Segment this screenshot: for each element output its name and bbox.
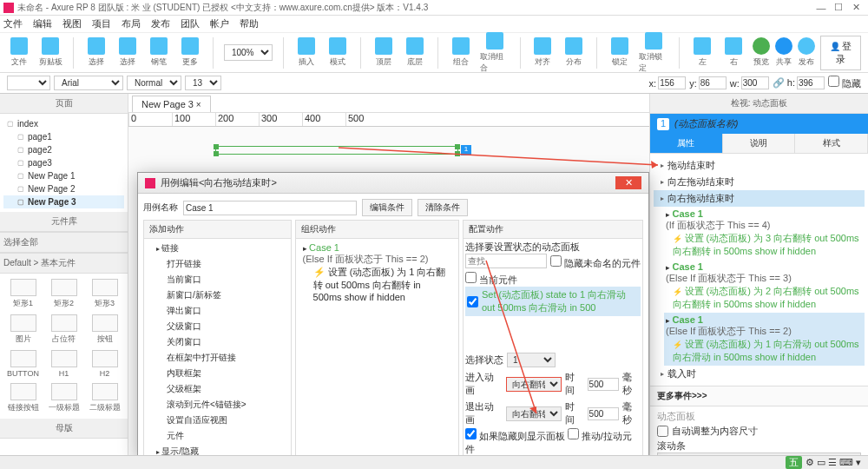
menu-文件[interactable]: 文件 (3, 17, 23, 30)
w-input[interactable] (741, 76, 769, 89)
tool-钢笔[interactable]: 钢笔 (147, 37, 171, 68)
hide-unnamed-checkbox[interactable]: 隐藏未命名的元件 (550, 255, 641, 270)
menu-团队[interactable]: 团队 (181, 17, 200, 30)
page-item[interactable]: page2 (3, 143, 124, 156)
tab-属性[interactable]: 属性 (650, 134, 723, 153)
widget-图片[interactable]: 图片 (5, 314, 41, 345)
widget-H1[interactable]: H1 (46, 350, 82, 378)
action-tree-item[interactable]: 关闭窗口 (146, 334, 289, 350)
state-select[interactable]: 1 (507, 353, 556, 367)
tool-锁定[interactable]: 锁定 (608, 37, 632, 68)
enter-anim-select[interactable]: 向右翻转 (506, 377, 562, 392)
clear-condition-button[interactable]: 清除条件 (418, 199, 468, 216)
case-name-input[interactable] (183, 201, 357, 215)
y-input[interactable] (699, 76, 727, 89)
search-input[interactable] (465, 254, 548, 268)
case-item[interactable]: ▸ Case 1(Else If 面板状态于 This == 3)⚡ 设置 (动… (664, 260, 865, 313)
maximize-icon[interactable]: ☐ (830, 2, 847, 13)
action-tree-item[interactable]: 元件 (146, 428, 289, 444)
tool-预览[interactable]: 预览 (753, 37, 770, 68)
hidden-checkbox[interactable]: 隐藏 (828, 76, 861, 90)
widget-占位符[interactable]: 占位符 (46, 314, 82, 345)
selected-widget[interactable]: 1 (215, 146, 458, 155)
widget-矩形1[interactable]: 矩形1 (5, 279, 41, 309)
tool-取消锁定[interactable]: 取消锁定 (639, 32, 668, 74)
tool-更多[interactable]: 更多 (178, 37, 202, 68)
widget-链接按钮[interactable]: 链接按钮 (5, 383, 41, 413)
action-tree-item[interactable]: 内联框架 (146, 366, 289, 381)
tool-分布[interactable]: 分布 (562, 37, 586, 68)
widget-按钮[interactable]: 按钮 (87, 314, 122, 345)
menu-视图[interactable]: 视图 (62, 17, 82, 30)
action-tree-item[interactable]: 弹出窗口 (146, 303, 289, 319)
widget-H2[interactable]: H2 (87, 350, 122, 378)
page-item[interactable]: index (3, 117, 124, 130)
tool-组合[interactable]: 组合 (449, 37, 473, 68)
page-item[interactable]: New Page 3 (3, 195, 124, 208)
tool-共享[interactable]: 共享 (775, 37, 792, 68)
menu-帐户[interactable]: 帐户 (210, 17, 229, 30)
case-item[interactable]: ▸ Case 1(Else If 面板状态于 This == 2)⚡ 设置 (动… (664, 313, 865, 366)
ime-badge[interactable]: 五 (786, 456, 802, 469)
event-item[interactable]: 拖动结束时 (654, 157, 865, 174)
font-select[interactable]: Arial (54, 76, 123, 90)
event-item[interactable]: 载入时 (654, 366, 865, 382)
set-state-line[interactable]: Set (动态面板) state to 1 向右滑动 out 500ms 向右滑… (465, 287, 641, 316)
login-button[interactable]: 👤 登录 (820, 36, 861, 70)
tool-发布[interactable]: 发布 (798, 37, 815, 68)
more-events[interactable]: 更多事件>>> (650, 386, 868, 406)
page-item[interactable]: New Page 1 (3, 169, 124, 182)
exit-anim-select[interactable]: 向右翻转 (506, 406, 562, 421)
menu-编辑[interactable]: 编辑 (33, 17, 52, 30)
edit-condition-button[interactable]: 编辑条件 (362, 199, 412, 216)
widget-矩形3[interactable]: 矩形3 (87, 279, 122, 309)
minimize-icon[interactable]: — (812, 3, 830, 13)
panel-name[interactable]: 1(动态面板名称) (650, 114, 868, 134)
widget-BUTTON[interactable]: BUTTON (5, 350, 41, 378)
action-tree-item[interactable]: 父级窗口 (146, 319, 289, 334)
tool-文件[interactable]: 文件 (7, 37, 31, 68)
x-input[interactable] (658, 76, 686, 89)
current-widget-checkbox[interactable]: 当前元件 (465, 274, 517, 285)
enter-time-input[interactable] (588, 378, 619, 391)
event-item[interactable]: 向右拖动结束时 (654, 190, 865, 207)
dialog-titlebar[interactable]: 用例编辑<向右拖动结束时> ✕ (138, 173, 648, 194)
show-if-hidden-checkbox[interactable]: 如果隐藏则显示面板 (465, 431, 565, 441)
org-case[interactable]: ▸ Case 1 (Else If 面板状态于 This == 2) ⚡ 设置 … (298, 241, 457, 304)
tab-说明[interactable]: 说明 (723, 134, 796, 153)
widget-style-select[interactable] (7, 76, 50, 90)
menu-帮助[interactable]: 帮助 (240, 17, 259, 30)
tool-选择[interactable]: 选择 (115, 37, 140, 68)
tool-模式[interactable]: 模式 (326, 37, 350, 68)
tab-样式[interactable]: 样式 (795, 134, 868, 153)
zoom-select[interactable]: 100% (224, 44, 273, 61)
page-item[interactable]: New Page 2 (3, 182, 124, 195)
tool-选择[interactable]: 选择 (84, 37, 108, 68)
tool-取消组合[interactable]: 取消组合 (480, 32, 510, 74)
font-size-select[interactable]: 13 (185, 76, 221, 90)
action-tree-item[interactable]: 在框架中打开链接 (146, 350, 289, 366)
case-item[interactable]: ▸ Case 1(If 面板状态于 This == 4)⚡ 设置 (动态面板) … (664, 207, 865, 260)
action-tree-item[interactable]: 滚动到元件<锚链接> (146, 397, 289, 413)
widget-二级标题[interactable]: 二级标题 (87, 383, 122, 413)
ime-icons[interactable]: ⚙ ▭ ☰ ⌨ ▾ (806, 457, 861, 468)
action-tree-item[interactable]: 父级框架 (146, 381, 289, 397)
auto-fit-checkbox[interactable]: 自动调整为内容尺寸 (657, 423, 861, 439)
page-item[interactable]: page3 (3, 156, 124, 169)
tool-插入[interactable]: 插入 (294, 37, 319, 68)
page-tab[interactable]: New Page 3 × (132, 96, 211, 112)
action-tree-item[interactable]: 设置自适应视图 (146, 413, 289, 428)
tool-顶层[interactable]: 顶层 (372, 37, 396, 68)
h-input[interactable] (797, 76, 825, 89)
dialog-close-icon[interactable]: ✕ (615, 176, 641, 189)
widget-一级标题[interactable]: 一级标题 (46, 383, 82, 413)
exit-time-input[interactable] (588, 407, 619, 420)
event-item[interactable]: 向左拖动结束时 (654, 174, 865, 190)
close-icon[interactable]: ✕ (847, 2, 865, 13)
tool-对齐[interactable]: 对齐 (530, 37, 555, 68)
tool-剪贴板[interactable]: 剪贴板 (38, 37, 62, 68)
menu-布局[interactable]: 布局 (122, 17, 141, 30)
tool-底层[interactable]: 底层 (403, 37, 427, 68)
widget-矩形2[interactable]: 矩形2 (46, 279, 82, 309)
menu-发布[interactable]: 发布 (151, 17, 170, 30)
